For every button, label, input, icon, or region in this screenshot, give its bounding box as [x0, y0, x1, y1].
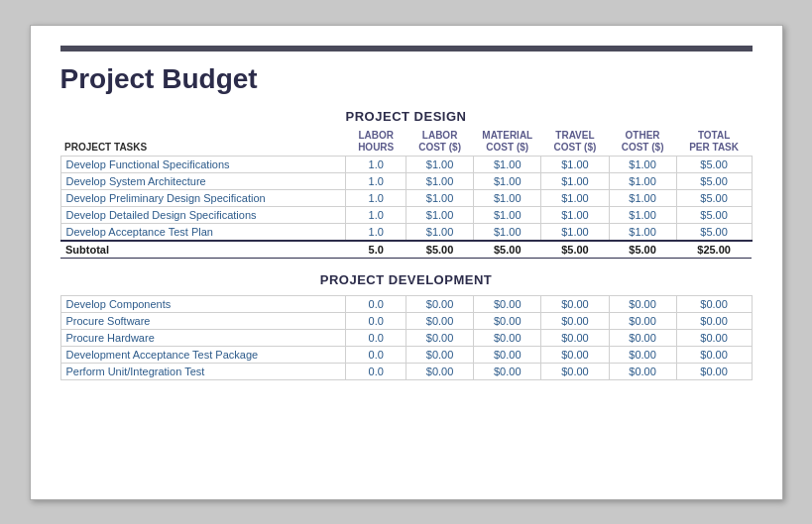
- labor-hours: 1.0: [346, 189, 406, 206]
- col-header-labor-hours: LABORHOURS: [346, 128, 406, 157]
- task-label: Procure Software: [60, 312, 346, 329]
- subtotal-labor-hours: 5.0: [346, 241, 406, 259]
- labor-cost: $0.00: [406, 295, 474, 312]
- col-header-labor-cost: LABORCOST ($): [406, 128, 474, 157]
- design-table: PROJECT TASKS LABORHOURS LABORCOST ($) M…: [60, 128, 753, 259]
- other-cost: $0.00: [609, 329, 676, 346]
- task-label: Development Acceptance Test Package: [60, 346, 346, 363]
- task-label: Develop Components: [60, 295, 346, 312]
- task-label: Perform Unit/Integration Test: [60, 363, 346, 379]
- labor-hours: 0.0: [346, 346, 406, 363]
- travel-cost: $1.00: [541, 206, 609, 223]
- other-cost: $0.00: [609, 363, 676, 379]
- total-cost: $5.00: [676, 223, 752, 241]
- labor-hours: 0.0: [346, 329, 406, 346]
- col-header-task: PROJECT TASKS: [60, 128, 346, 157]
- table-row: Procure Software 0.0 $0.00 $0.00 $0.00 $…: [60, 312, 752, 329]
- travel-cost: $1.00: [541, 189, 609, 206]
- other-cost: $1.00: [609, 223, 676, 241]
- table-row: Develop Functional Specifications 1.0 $1…: [60, 156, 752, 172]
- task-label: Procure Hardware: [60, 329, 346, 346]
- labor-hours: 0.0: [346, 312, 406, 329]
- section-development-title: PROJECT DEVELOPMENT: [60, 272, 753, 287]
- subtotal-labor-cost: $5.00: [406, 241, 474, 259]
- total-cost: $5.00: [676, 172, 752, 189]
- table-row: Develop Acceptance Test Plan 1.0 $1.00 $…: [60, 223, 752, 241]
- design-table-body: Develop Functional Specifications 1.0 $1…: [60, 156, 752, 258]
- labor-cost: $1.00: [406, 189, 474, 206]
- labor-cost: $0.00: [406, 363, 474, 379]
- top-bar: [60, 46, 753, 52]
- task-label: Develop Acceptance Test Plan: [60, 223, 346, 241]
- total-cost: $0.00: [676, 312, 752, 329]
- task-label: Develop System Architecture: [60, 172, 346, 189]
- subtotal-other-cost: $5.00: [609, 241, 676, 259]
- material-cost: $1.00: [474, 172, 541, 189]
- total-cost: $5.00: [676, 206, 752, 223]
- material-cost: $0.00: [474, 346, 541, 363]
- col-header-total: TOTALPER TASK: [676, 128, 752, 157]
- other-cost: $1.00: [609, 206, 676, 223]
- subtotal-label: Subtotal: [60, 241, 346, 259]
- total-cost: $5.00: [676, 189, 752, 206]
- development-table-body: Develop Components 0.0 $0.00 $0.00 $0.00…: [60, 295, 752, 379]
- total-cost: $5.00: [676, 156, 752, 172]
- labor-hours: 0.0: [346, 295, 406, 312]
- total-cost: $0.00: [676, 329, 752, 346]
- table-row: Develop Components 0.0 $0.00 $0.00 $0.00…: [60, 295, 752, 312]
- table-row: Procure Hardware 0.0 $0.00 $0.00 $0.00 $…: [60, 329, 752, 346]
- travel-cost: $0.00: [541, 363, 609, 379]
- col-header-other-cost: OTHERCOST ($): [609, 128, 676, 157]
- subtotal-row: Subtotal 5.0 $5.00 $5.00 $5.00 $5.00 $25…: [60, 241, 752, 259]
- total-cost: $0.00: [676, 363, 752, 379]
- task-label: Develop Preliminary Design Specification: [60, 189, 346, 206]
- other-cost: $1.00: [609, 189, 676, 206]
- other-cost: $1.00: [609, 172, 676, 189]
- other-cost: $1.00: [609, 156, 676, 172]
- labor-cost: $0.00: [406, 346, 474, 363]
- table-row: Develop System Architecture 1.0 $1.00 $1…: [60, 172, 752, 189]
- travel-cost: $1.00: [541, 156, 609, 172]
- labor-cost: $0.00: [406, 312, 474, 329]
- design-header-row: PROJECT TASKS LABORHOURS LABORCOST ($) M…: [60, 128, 752, 157]
- travel-cost: $0.00: [541, 295, 609, 312]
- travel-cost: $0.00: [541, 312, 609, 329]
- page-title: Project Budget: [60, 63, 753, 95]
- other-cost: $0.00: [609, 295, 676, 312]
- material-cost: $1.00: [474, 189, 541, 206]
- material-cost: $0.00: [474, 295, 541, 312]
- travel-cost: $1.00: [541, 223, 609, 241]
- col-header-travel-cost: TRAVELCOST ($): [541, 128, 609, 157]
- labor-cost: $0.00: [406, 329, 474, 346]
- development-table: Develop Components 0.0 $0.00 $0.00 $0.00…: [60, 295, 753, 380]
- labor-hours: 1.0: [346, 156, 406, 172]
- material-cost: $1.00: [474, 223, 541, 241]
- subtotal-travel-cost: $5.00: [541, 241, 609, 259]
- labor-hours: 1.0: [346, 206, 406, 223]
- labor-hours: 1.0: [346, 172, 406, 189]
- task-label: Develop Detailed Design Specifications: [60, 206, 346, 223]
- budget-page: Project Budget PROJECT DESIGN PROJECT TA…: [30, 25, 783, 500]
- total-cost: $0.00: [676, 295, 752, 312]
- labor-cost: $1.00: [406, 206, 474, 223]
- travel-cost: $1.00: [541, 172, 609, 189]
- table-row: Development Acceptance Test Package 0.0 …: [60, 346, 752, 363]
- subtotal-total: $25.00: [676, 241, 752, 259]
- material-cost: $0.00: [474, 312, 541, 329]
- labor-cost: $1.00: [406, 172, 474, 189]
- material-cost: $0.00: [474, 363, 541, 379]
- section-design-title: PROJECT DESIGN: [60, 109, 753, 124]
- subtotal-material-cost: $5.00: [474, 241, 541, 259]
- other-cost: $0.00: [609, 346, 676, 363]
- total-cost: $0.00: [676, 346, 752, 363]
- material-cost: $1.00: [474, 206, 541, 223]
- labor-hours: 1.0: [346, 223, 406, 241]
- labor-cost: $1.00: [406, 223, 474, 241]
- material-cost: $0.00: [474, 329, 541, 346]
- task-label: Develop Functional Specifications: [60, 156, 346, 172]
- col-header-material-cost: MATERIALCOST ($): [474, 128, 541, 157]
- labor-hours: 0.0: [346, 363, 406, 379]
- table-row: Develop Detailed Design Specifications 1…: [60, 206, 752, 223]
- other-cost: $0.00: [609, 312, 676, 329]
- material-cost: $1.00: [474, 156, 541, 172]
